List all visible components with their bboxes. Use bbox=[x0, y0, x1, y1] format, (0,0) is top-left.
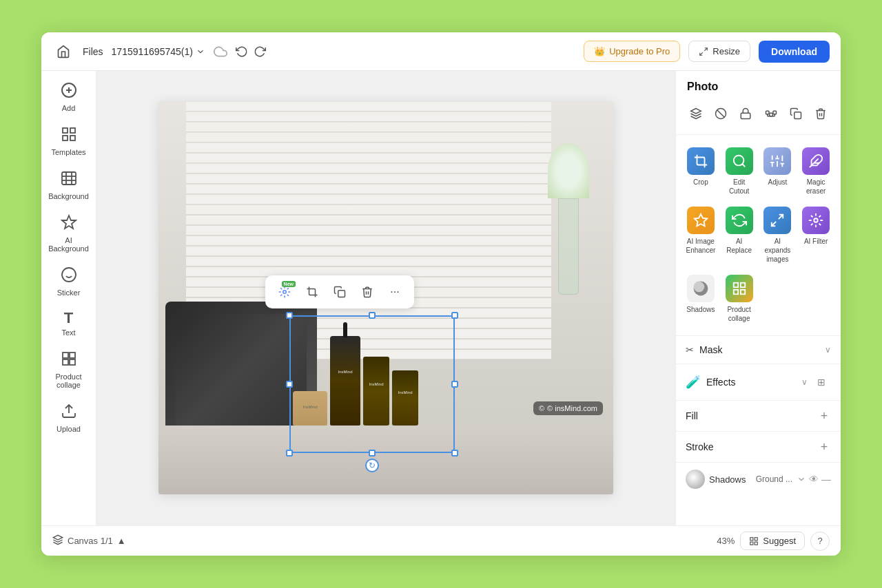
svg-marker-50 bbox=[695, 214, 707, 226]
watermark-icon: © bbox=[539, 404, 544, 412]
group-button[interactable] bbox=[759, 101, 783, 126]
filename-display[interactable]: 1715911695745(1) bbox=[112, 46, 205, 57]
fill-label: Fill bbox=[686, 410, 698, 421]
laptop-screen bbox=[176, 314, 307, 428]
svg-marker-60 bbox=[53, 535, 62, 540]
animate-button[interactable] bbox=[709, 101, 732, 126]
effects-section-actions: ∨ ⊞ bbox=[801, 372, 831, 392]
tool-edit-cutout[interactable]: Edit Cutout bbox=[721, 143, 757, 200]
shadow-type-select[interactable] bbox=[797, 474, 806, 485]
duplicate-button[interactable] bbox=[327, 280, 352, 304]
handle-top-left[interactable] bbox=[286, 312, 293, 319]
stroke-add-button[interactable]: + bbox=[817, 440, 831, 454]
mask-chevron-icon: ∨ bbox=[825, 345, 831, 355]
canvas[interactable]: InsMind InsMind InsMind bbox=[158, 102, 613, 494]
delete-button[interactable] bbox=[355, 280, 380, 304]
handle-bottom-left[interactable] bbox=[286, 450, 293, 456]
svg-rect-29 bbox=[766, 111, 769, 114]
download-button[interactable]: Download bbox=[759, 41, 830, 63]
shadow-preview bbox=[686, 470, 705, 489]
handle-middle-right[interactable] bbox=[451, 381, 458, 388]
undo-button[interactable] bbox=[236, 45, 248, 58]
cloud-save-icon[interactable] bbox=[214, 45, 227, 59]
canvas-expand-icon[interactable]: ▲ bbox=[117, 536, 126, 546]
tool-shadows[interactable]: Shadows bbox=[683, 271, 719, 327]
mask-section-header[interactable]: ✂ Mask ∨ bbox=[676, 336, 841, 364]
watermark: © © insMind.com bbox=[533, 401, 603, 415]
resize-button[interactable]: Resize bbox=[688, 41, 750, 62]
handle-bottom-right[interactable] bbox=[451, 450, 458, 456]
tool-ai-replace[interactable]: AI Replace bbox=[721, 202, 757, 268]
sidebar-item-label-sticker: Sticker bbox=[57, 288, 81, 297]
more-options-button[interactable]: ··· bbox=[382, 280, 407, 304]
effects-icon: 🧪 bbox=[686, 375, 701, 390]
redo-button[interactable] bbox=[254, 45, 266, 58]
tool-magic-eraser[interactable]: Magic eraser bbox=[798, 143, 834, 200]
canvas-area[interactable]: InsMind InsMind InsMind bbox=[96, 71, 675, 525]
shadow-visibility-button[interactable]: 👁 bbox=[809, 474, 819, 485]
svg-rect-61 bbox=[750, 537, 753, 540]
rotate-handle[interactable]: ↻ bbox=[365, 459, 379, 472]
tool-ai-expand[interactable]: AI expands images bbox=[760, 202, 796, 268]
effects-section: 🧪 Effects ∨ ⊞ bbox=[676, 364, 841, 401]
ai-cutout-button[interactable]: New bbox=[272, 280, 297, 304]
handle-top-right[interactable] bbox=[451, 312, 458, 319]
svg-line-27 bbox=[717, 110, 725, 118]
help-button[interactable]: ? bbox=[810, 532, 830, 551]
shadows-tool-icon bbox=[687, 275, 715, 302]
svg-rect-58 bbox=[733, 290, 737, 294]
svg-point-15 bbox=[62, 268, 76, 282]
undo-redo-group bbox=[236, 45, 266, 58]
panel-delete-button[interactable] bbox=[809, 101, 832, 126]
svg-rect-21 bbox=[70, 359, 75, 365]
tool-product-collage[interactable]: Product collage bbox=[721, 271, 757, 327]
product-selection-box[interactable]: ↻ bbox=[289, 315, 455, 453]
svg-rect-6 bbox=[70, 128, 75, 133]
home-button[interactable] bbox=[52, 41, 74, 63]
fill-section: Fill + bbox=[676, 401, 841, 432]
add-icon bbox=[61, 82, 77, 101]
sidebar-item-add[interactable]: Add bbox=[44, 76, 94, 118]
svg-rect-9 bbox=[62, 172, 76, 185]
suggest-button[interactable]: Suggest bbox=[740, 532, 805, 550]
aifilter-tool-icon bbox=[802, 207, 830, 234]
upgrade-to-pro-button[interactable]: 👑 Upgrade to Pro bbox=[584, 41, 680, 62]
app-window: Files 1715911695745(1) bbox=[41, 32, 841, 556]
sidebar-item-label-templates: Templates bbox=[51, 148, 85, 156]
handle-middle-left[interactable] bbox=[286, 381, 293, 388]
effects-settings-button[interactable]: ⊞ bbox=[812, 372, 831, 392]
collage-tool-label: Product collage bbox=[724, 305, 755, 323]
layers-button[interactable] bbox=[684, 101, 708, 126]
shadow-actions: 👁 — bbox=[797, 474, 831, 485]
tool-ai-filter[interactable]: AI Filter bbox=[798, 202, 834, 268]
sidebar-item-text[interactable]: T Text bbox=[44, 305, 94, 342]
svg-rect-30 bbox=[773, 111, 777, 114]
lock-button[interactable] bbox=[734, 101, 757, 126]
sidebar-item-templates[interactable]: Templates bbox=[44, 120, 94, 162]
shadow-delete-button[interactable]: — bbox=[821, 474, 831, 485]
svg-rect-57 bbox=[740, 283, 744, 287]
sidebar-item-label-upload: Upload bbox=[57, 425, 81, 433]
bottom-bar: Canvas 1/1 ▲ 43% Suggest ? bbox=[41, 525, 841, 556]
panel-duplicate-button[interactable] bbox=[784, 101, 808, 126]
sidebar-item-background[interactable]: Background bbox=[44, 165, 94, 206]
selection-border bbox=[289, 315, 455, 453]
eraser-tool-label: Magic eraser bbox=[801, 178, 831, 196]
sidebar-item-sticker[interactable]: Sticker bbox=[44, 261, 94, 302]
effects-section-header[interactable]: 🧪 Effects ∨ ⊞ bbox=[676, 364, 841, 400]
tool-crop[interactable]: Crop bbox=[683, 143, 719, 200]
tool-adjust[interactable]: Adjust bbox=[760, 143, 796, 200]
sidebar-item-ai-background[interactable]: AI Background bbox=[44, 209, 94, 258]
sidebar-item-product-collage[interactable]: Product collage bbox=[44, 345, 94, 395]
effects-section-left: 🧪 Effects bbox=[686, 375, 736, 390]
crop-button[interactable] bbox=[300, 280, 325, 304]
sidebar-item-upload[interactable]: Upload bbox=[44, 397, 94, 439]
tool-ai-enhancer[interactable]: AI Image Enhancer bbox=[683, 202, 719, 268]
layers-icon bbox=[52, 534, 63, 547]
files-nav[interactable]: Files bbox=[83, 46, 103, 57]
svg-rect-62 bbox=[755, 537, 757, 540]
handle-top-center[interactable] bbox=[369, 312, 376, 319]
text-icon: T bbox=[64, 311, 73, 326]
fill-add-button[interactable]: + bbox=[817, 409, 831, 423]
handle-bottom-center[interactable] bbox=[369, 450, 376, 456]
